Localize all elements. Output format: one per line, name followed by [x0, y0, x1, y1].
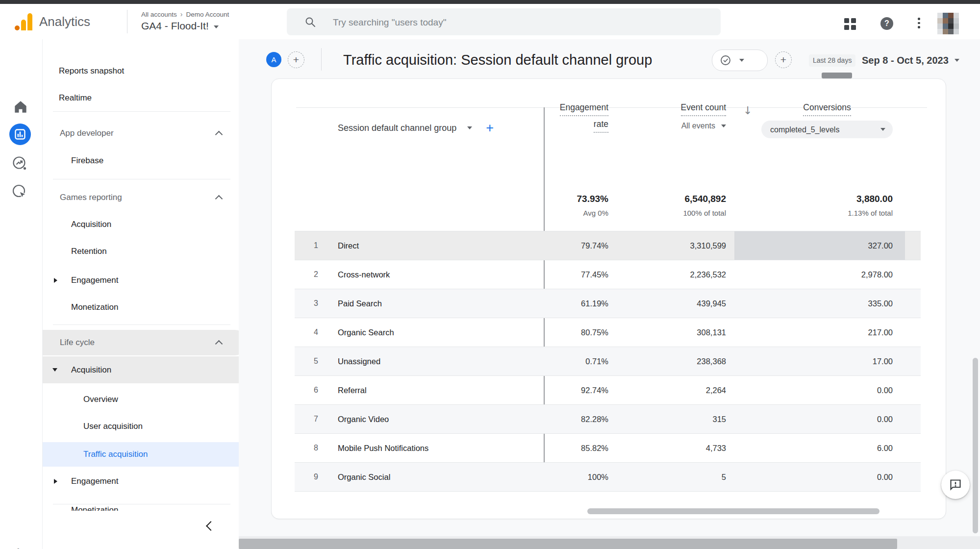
- google-analytics-logo-icon[interactable]: [15, 13, 32, 31]
- row-index: 6: [295, 376, 318, 404]
- sidebar-item-retention[interactable]: Retention: [43, 241, 267, 262]
- row-event-count: 315: [712, 405, 726, 433]
- expand-triangle-icon[interactable]: [54, 479, 57, 484]
- check-circle-icon: [720, 54, 731, 66]
- expand-triangle-icon[interactable]: [54, 278, 57, 283]
- row-event-count: 439,945: [697, 289, 726, 318]
- chevron-down-icon: [739, 59, 744, 62]
- sidebar-item-monetization[interactable]: Monetization: [43, 297, 267, 318]
- row-engagement-rate: 0.71%: [585, 347, 608, 375]
- sidebar-item-realtime[interactable]: Realtime: [43, 87, 255, 109]
- add-dimension-button[interactable]: +: [486, 121, 494, 136]
- property-selector[interactable]: GA4 - Flood-It!: [141, 20, 219, 32]
- table-horizontal-scrollbar[interactable]: [587, 508, 879, 514]
- add-comparison-button[interactable]: +: [288, 51, 304, 68]
- date-range-picker[interactable]: Sep 8 - Oct 5, 2023: [862, 52, 959, 68]
- row-engagement-rate: 85.82%: [581, 434, 608, 462]
- sidebar-item-engagement[interactable]: Engagement: [43, 270, 267, 291]
- sidebar-item-monetization-clipped[interactable]: Monetization: [43, 504, 267, 511]
- table-row[interactable]: 9 Organic Social 100% 5 0.00: [295, 462, 921, 492]
- sidebar-item-reports-snapshot[interactable]: Reports snapshot: [43, 60, 255, 82]
- explore-icon[interactable]: [12, 156, 27, 171]
- column-header-conversions[interactable]: Conversions completed_5_levels: [761, 101, 893, 138]
- row-index: 7: [295, 405, 318, 433]
- table-row[interactable]: 6 Referral 92.74% 2,264 0.00: [295, 375, 921, 404]
- chevron-down-icon: [880, 128, 885, 131]
- row-conversions: 0.00: [877, 376, 893, 404]
- row-conversions: 0.00: [877, 463, 893, 491]
- header-divider: [321, 48, 322, 71]
- report-table-card: Session default channel group + Engageme…: [271, 78, 946, 519]
- dimension-header-label[interactable]: Session default channel group: [338, 123, 456, 133]
- sidebar-divider: [53, 179, 230, 179]
- search-bar[interactable]: [287, 8, 721, 35]
- gear-icon[interactable]: ⚙: [11, 545, 25, 549]
- chevron-down-icon[interactable]: [467, 126, 472, 129]
- reports-icon-active[interactable]: [9, 124, 31, 145]
- sidebar-section-life-cycle[interactable]: Life cycle: [43, 330, 248, 355]
- row-engagement-rate: 61.19%: [581, 289, 608, 318]
- row-engagement-rate: 77.45%: [581, 260, 608, 289]
- ga4-analytics-page: Analytics All accounts›Demo Account GA4 …: [0, 0, 980, 549]
- chevron-down-icon: [214, 25, 219, 28]
- table-row[interactable]: 3 Paid Search 61.19% 439,945 335.00: [295, 289, 921, 318]
- bar-chart-icon: [15, 129, 25, 140]
- advertising-icon[interactable]: [12, 184, 27, 200]
- table-row[interactable]: 7 Organic Video 82.28% 315 0.00: [295, 404, 921, 433]
- home-icon[interactable]: [14, 100, 27, 113]
- row-event-count: 308,131: [697, 318, 726, 347]
- row-index: 5: [295, 347, 318, 375]
- table-row[interactable]: 4 Organic Search 80.75% 308,131 217.00: [295, 318, 921, 347]
- row-conversions: 217.00: [868, 318, 893, 347]
- table-row[interactable]: 8 Mobile Push Notifications 85.82% 4,733…: [295, 433, 921, 462]
- breadcrumb-all-accounts[interactable]: All accounts: [141, 11, 177, 18]
- sidebar-item-acquisition-expanded[interactable]: Acquisition: [43, 356, 259, 383]
- add-report-button[interactable]: +: [775, 51, 792, 68]
- collapse-triangle-icon[interactable]: [52, 368, 57, 372]
- sidebar-item-firebase[interactable]: Firebase: [43, 150, 267, 172]
- sidebar-divider: [53, 111, 230, 112]
- table-row[interactable]: 2 Cross-network 77.45% 2,236,532 2,978.0…: [295, 260, 921, 289]
- table-body: 1 Direct 79.74% 3,310,599 327.00 2 Cross…: [295, 231, 921, 492]
- sidebar-section-games-reporting[interactable]: Games reporting: [43, 187, 256, 208]
- sidebar-section-app-developer[interactable]: App developer: [43, 123, 256, 144]
- chevron-down-icon: [721, 125, 726, 127]
- help-icon[interactable]: ?: [880, 17, 893, 30]
- google-apps-grid-icon[interactable]: [844, 18, 856, 30]
- table-row[interactable]: 1 Direct 79.74% 3,310,599 327.00: [295, 231, 921, 260]
- column-header-engagement-rate[interactable]: Engagement rate: [560, 101, 608, 133]
- logo-dot: [15, 25, 20, 30]
- nav-rail: ⚙: [0, 39, 43, 549]
- breadcrumb-account[interactable]: Demo Account: [186, 11, 229, 18]
- row-event-count: 4,733: [706, 434, 726, 462]
- date-range-label: Last 28 days: [809, 54, 855, 67]
- horizontal-scrollbar-thumb[interactable]: [239, 539, 897, 549]
- table-row[interactable]: 5 Unassigned 0.71% 238,368 17.00: [295, 347, 921, 375]
- sidebar-item-traffic-acquisition-active[interactable]: Traffic acquisition: [43, 442, 271, 467]
- search-icon: [304, 16, 316, 28]
- sidebar-item-acquisition[interactable]: Acquisition: [43, 214, 267, 235]
- sidebar-collapse-icon[interactable]: [206, 521, 216, 531]
- avatar[interactable]: [937, 13, 959, 34]
- sort-descending-icon[interactable]: ↓: [743, 104, 752, 117]
- row-engagement-rate: 100%: [588, 463, 608, 491]
- totals-engagement-rate: 73.93% Avg 0%: [577, 193, 608, 219]
- breadcrumb[interactable]: All accounts›Demo Account: [141, 10, 229, 18]
- chevron-up-icon: [215, 131, 223, 139]
- feedback-button[interactable]: [941, 471, 970, 499]
- report-status-button[interactable]: [712, 50, 768, 71]
- report-avatar-badge[interactable]: A: [266, 52, 281, 67]
- breadcrumb-chevron-icon: ›: [180, 10, 183, 18]
- event-filter-dropdown[interactable]: All events: [681, 120, 726, 132]
- row-conversions: 17.00: [873, 347, 893, 375]
- search-input[interactable]: [332, 8, 697, 36]
- row-channel-name: Cross-network: [338, 260, 390, 289]
- column-header-event-count[interactable]: Event count All events: [681, 101, 726, 132]
- conversions-filter-dropdown[interactable]: completed_5_levels: [761, 121, 893, 138]
- row-channel-name: Paid Search: [338, 289, 382, 318]
- vertical-scrollbar[interactable]: [973, 358, 978, 533]
- kebab-menu-icon[interactable]: [918, 18, 920, 30]
- sidebar-item-engagement-2[interactable]: Engagement: [43, 471, 267, 492]
- horizontal-scrollbar-track[interactable]: [239, 536, 980, 549]
- row-engagement-rate: 80.75%: [581, 318, 608, 347]
